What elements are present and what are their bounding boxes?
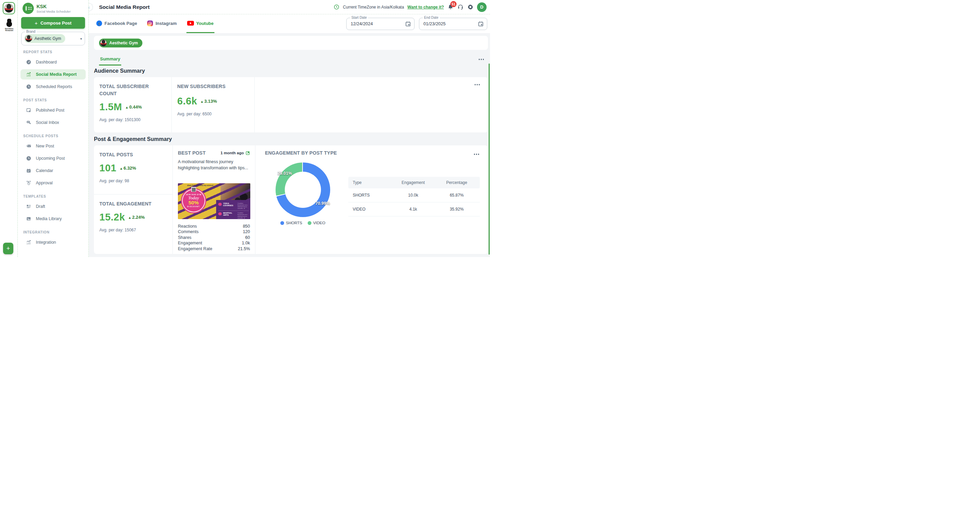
chevron-left-icon: ‹ <box>89 5 89 10</box>
table-row: SHORTS 10.0k 65.87% <box>348 189 480 202</box>
stat-row: Engagement1.0k <box>178 240 250 246</box>
start-date-input[interactable]: Start Date 12/24/2024 <box>346 18 415 30</box>
post-engagement-heading: Post & Engagement Summary <box>94 136 488 142</box>
total-posts-cell: TOTAL POSTS 101 ▲6.32% Avg. per day: 98 <box>94 145 172 195</box>
sidebar-item-dashboard[interactable]: Dashboard <box>21 57 86 67</box>
brand-chip-card: Aesthetic Gym <box>94 36 488 50</box>
best-post-image[interactable]: diam fisil munonu my eirmod JOIN OUR GYM… <box>178 183 250 219</box>
compose-post-button[interactable]: + Compose Post <box>21 17 85 29</box>
table-header: Type Engagement Percentage <box>348 177 480 189</box>
user-avatar[interactable]: D <box>477 2 487 12</box>
integration-chart-icon <box>26 240 32 245</box>
ksk-logo-icon <box>22 3 34 14</box>
martial-arts-icon <box>218 212 222 216</box>
sidebar: KSK Social Media Scheduler + Compose Pos… <box>18 0 89 257</box>
up-triangle-icon: ▲ <box>200 100 204 103</box>
workspace-fitness-gym[interactable] <box>3 2 15 14</box>
report-tabs-row: Summary <box>94 53 488 65</box>
notifications-bell-icon[interactable]: 51 <box>447 4 454 10</box>
brand-chip[interactable]: Aesthetic Gym <box>99 38 142 48</box>
tab-youtube[interactable]: Youtube <box>186 14 215 33</box>
stat-average: Avg. per day: 98 <box>99 179 167 183</box>
approval-hand-icon <box>26 180 32 186</box>
table-row: VIDEO 4.1k 35.92% <box>348 202 480 216</box>
published-post-icon <box>26 108 32 113</box>
stat-delta: ▲3.13% <box>200 98 217 104</box>
engagement-donut <box>275 162 330 217</box>
stat-average: Avg. per day: 1501300 <box>99 117 166 122</box>
stat-delta: ▲0.44% <box>125 105 142 109</box>
engagement-table: Type Engagement Percentage SHORTS 10.0k … <box>348 177 480 216</box>
app-brand-header: KSK Social Media Scheduler <box>21 0 86 14</box>
plus-icon: + <box>35 20 38 26</box>
more-options-button[interactable] <box>473 82 482 87</box>
video-dot-icon <box>308 221 312 225</box>
stat-row: Comments120 <box>178 229 250 235</box>
workspace-red-stiletto[interactable]: Red Stiletto Restaurant <box>3 19 15 32</box>
section-post-stats: POST STATS <box>23 98 86 102</box>
support-headset-icon[interactable] <box>457 4 464 10</box>
sidebar-item-media-library[interactable]: Media Library <box>21 214 86 224</box>
sidebar-item-social-media-report[interactable]: Social Media Report <box>21 69 86 79</box>
external-link-icon[interactable] <box>245 151 250 155</box>
total-engagement-cell: TOTAL ENGAGEMENT 15.2k ▲2.24% Avg. per d… <box>94 195 172 238</box>
up-triangle-icon: ▲ <box>125 105 128 109</box>
tab-facebook-page[interactable]: f Facebook Page <box>95 14 138 33</box>
image-icon <box>26 216 32 222</box>
video-slice-label: 29.01% <box>278 171 292 176</box>
start-date-label: Start Date <box>350 16 368 19</box>
report-content: Aesthetic Gym Summary Audience Summary T… <box>89 33 490 257</box>
brand-selected-value: Aesthetic Gym <box>24 34 65 43</box>
stat-delta: ▲2.24% <box>128 215 145 220</box>
add-workspace-button[interactable]: + <box>3 243 13 254</box>
sidebar-item-calendar[interactable]: Calendar <box>21 165 86 176</box>
end-date-input[interactable]: End Date 01/23/2025 <box>419 18 487 30</box>
brand-select-label: Brand <box>25 30 37 33</box>
timezone-text: Current TimeZone in Asia/Kolkata <box>343 5 404 10</box>
timezone-change-link[interactable]: Want to change it? <box>407 5 444 10</box>
tab-summary[interactable]: Summary <box>99 54 121 65</box>
sidebar-item-approval[interactable]: Approval <box>21 178 86 188</box>
sidebar-item-social-inbox[interactable]: Social Inbox <box>21 117 86 128</box>
sidebar-item-upcoming-post[interactable]: Upcoming Post <box>21 153 86 163</box>
more-options-button[interactable] <box>477 57 485 62</box>
total-subscriber-cell: TOTAL SUBSCRIBER COUNT 1.5M ▲0.44% Avg. … <box>94 77 172 132</box>
stat-value: 6.6k <box>177 95 197 107</box>
post-engagement-card: TOTAL POSTS 101 ▲6.32% Avg. per day: 98 … <box>94 145 488 254</box>
stat-average: Avg. per day: 15067 <box>99 228 167 232</box>
best-post-stats: Reactions850 Comments120 Shares60 Engage… <box>178 223 250 252</box>
youtube-icon <box>187 21 194 25</box>
start-date-value: 12/24/2024 <box>351 21 373 26</box>
app-subtitle: Social Media Scheduler <box>37 10 71 13</box>
chat-inbox-icon <box>26 120 32 125</box>
workspace-caption: Red Stiletto Restaurant <box>3 28 15 32</box>
legend-video: VIDEO <box>308 221 325 225</box>
up-triangle-icon: ▲ <box>128 216 132 219</box>
tab-instagram[interactable]: Instagram <box>146 14 177 33</box>
vertical-scrollbar[interactable] <box>488 63 490 255</box>
calendar-icon[interactable] <box>405 21 411 27</box>
brand-select[interactable]: Brand Aesthetic Gym ▾ <box>21 32 85 45</box>
clock-icon <box>26 84 32 89</box>
section-templates: TEMPLATES <box>23 195 86 198</box>
up-triangle-icon: ▲ <box>119 167 123 170</box>
app-window: Red Stiletto Restaurant + KSK Social Med… <box>0 0 490 257</box>
section-report-stats: REPORT STATS <box>23 50 86 54</box>
sidebar-item-scheduled-reports[interactable]: Scheduled Reports <box>21 82 86 92</box>
more-options-button[interactable] <box>473 152 481 156</box>
sidebar-item-draft[interactable]: Draft <box>21 201 86 212</box>
sidebar-item-published-post[interactable]: Published Post <box>21 105 86 115</box>
sidebar-item-integration[interactable]: Integration <box>21 237 86 247</box>
shorts-dot-icon <box>280 221 284 225</box>
sidebar-item-new-post[interactable]: New Post <box>21 141 86 151</box>
app-name: KSK <box>37 4 71 9</box>
best-post-cell: BEST POST 1 month ago A motivational fit… <box>173 145 255 254</box>
settings-gear-icon[interactable] <box>467 4 474 10</box>
stat-value: 1.5M <box>99 102 122 113</box>
new-subscribers-cell: NEW SUBSCRIBERS 6.6k ▲3.13% Avg. per day… <box>172 77 255 132</box>
stat-value: 15.2k <box>99 212 125 223</box>
calendar-icon[interactable] <box>478 21 484 27</box>
totals-column: TOTAL POSTS 101 ▲6.32% Avg. per day: 98 … <box>94 145 173 254</box>
stat-row: Reactions850 <box>178 223 250 229</box>
collapse-sidebar-button[interactable]: ‹ <box>89 3 93 11</box>
